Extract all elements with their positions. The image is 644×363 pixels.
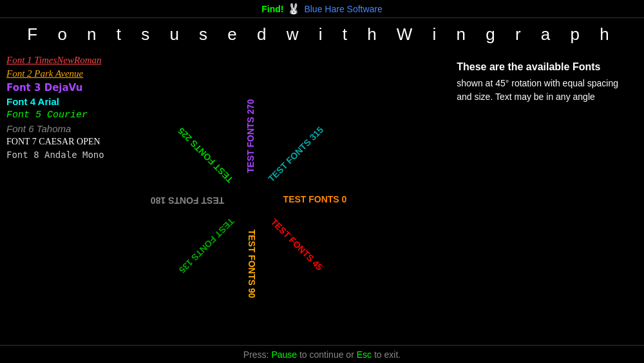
main-area: Font 1 TimesNewRomanFont 2 Park AvenueFo… — [0, 48, 644, 363]
starburst-label: TEST FONTS 315 — [266, 124, 325, 184]
starburst-label: TEST FONTS 0 — [283, 194, 347, 204]
starburst: TEST FONTS 0TEST FONTS 45TEST FONTS 90TE… — [129, 61, 374, 338]
starburst-label: TEST FONTS 225 — [176, 126, 235, 185]
font-item: Font 4 Arial — [6, 96, 104, 107]
bottom-end: to exit. — [372, 349, 401, 360]
starburst-label: TEST FONTS 45 — [269, 217, 325, 273]
info-body: shown at 45° rotation with equal spacing… — [457, 77, 618, 104]
starburst-label: TEST FONTS 180 — [151, 195, 225, 206]
font-item: FONT 7 CAESAR OPEN — [6, 137, 104, 147]
font-item: Font 5 Courier — [6, 110, 104, 121]
bottom-press: Press: — [243, 349, 272, 360]
top-bar: Find! 🐰 Blue Hare Software — [0, 0, 644, 18]
font-list: Font 1 TimesNewRomanFont 2 Park AvenueFo… — [6, 55, 104, 160]
rabbit-icon: 🐰 — [287, 3, 300, 15]
starburst-label: TEST FONTS 90 — [247, 230, 257, 299]
brand-name: Blue Hare Software — [304, 4, 382, 14]
bottom-text: Press: Pause to continue or Esc to exit. — [243, 349, 401, 360]
info-title: These are the available Fonts — [457, 61, 618, 73]
pause-key: Pause — [271, 349, 297, 360]
starburst-label: TEST FONTS 270 — [245, 99, 256, 173]
bottom-middle: to continue or — [297, 349, 357, 360]
info-box: These are the available Fonts shown at 4… — [457, 61, 618, 104]
font-item: Font 3 DejaVu — [6, 82, 104, 93]
bottom-bar: Press: Pause to continue or Esc to exit. — [0, 345, 644, 363]
font-item: Font 2 Park Avenue — [6, 68, 104, 79]
esc-key: Esc — [357, 349, 372, 360]
font-item: Font 6 Tahoma — [6, 123, 104, 134]
find-link[interactable]: Find! — [261, 4, 283, 14]
font-item: Font 8 Andale Mono — [6, 150, 104, 160]
starburst-label: TEST FONTS 135 — [177, 216, 236, 275]
page-title: F o n t s u s e d w i t h W i n g r a p … — [0, 18, 644, 48]
font-item: Font 1 TimesNewRoman — [6, 55, 104, 66]
